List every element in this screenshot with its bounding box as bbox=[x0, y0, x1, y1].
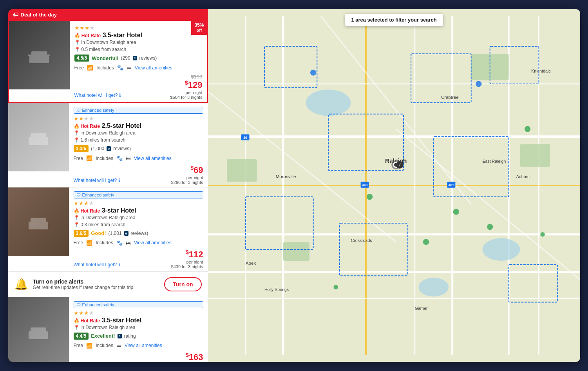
amenities-row-1: Free 📶 Includes 🐾 🛏 View all amenities bbox=[74, 65, 203, 71]
map-container[interactable]: Raleigh ✓ Morrisville Crabtree East Rale… bbox=[208, 9, 580, 362]
svg-rect-7 bbox=[29, 331, 48, 339]
price-per-night-3: per night bbox=[171, 260, 203, 264]
includes-label-3: Includes bbox=[96, 240, 113, 246]
review-label-2: reviews) bbox=[113, 146, 131, 151]
left-bottom-1: What hotel will I get? ℹ bbox=[74, 91, 121, 100]
enhanced-safety-label-4: Enhanced safety bbox=[82, 302, 114, 307]
hotel-stars-1: ★★★★ bbox=[74, 25, 203, 31]
hotel-info-2: 🛡 Enhanced safety ★★★★ 🔥 Hot Rate 2.5-st… bbox=[69, 103, 208, 187]
price-value-3: $112 bbox=[186, 249, 203, 259]
hotel-img-placeholder-3 bbox=[8, 187, 69, 256]
svg-point-26 bbox=[306, 89, 351, 116]
hotel-image-2[interactable] bbox=[8, 103, 69, 171]
hotel-location-4: 📍 in Downtown Raleigh area bbox=[74, 325, 203, 330]
svg-point-27 bbox=[482, 238, 520, 261]
free-label-2: Free bbox=[74, 156, 83, 161]
hot-rate-label-2: 🔥 Hot Rate bbox=[74, 124, 100, 129]
enhanced-safety-3: 🛡 Enhanced safety bbox=[74, 191, 203, 198]
what-hotel-1[interactable]: What hotel will I get? ℹ bbox=[74, 91, 121, 100]
hotel-name-4: 3.5-star Hotel bbox=[102, 317, 141, 324]
bed-icon-2: 🛏 bbox=[126, 155, 131, 161]
svg-text:440: 440 bbox=[362, 183, 367, 187]
review-count-3: (1,001 bbox=[108, 231, 121, 236]
enhanced-safety-2: 🛡 Enhanced safety bbox=[74, 107, 203, 114]
amenities-row-3: Free 📶 Includes 🐾 🛏 View all amenities bbox=[74, 240, 203, 246]
price-section-1: $199 $129 per night $504 for 3 nights bbox=[170, 74, 203, 100]
hotel-area-3: in Downtown Raleigh area bbox=[81, 215, 136, 220]
hotel-image-4[interactable] bbox=[8, 297, 69, 362]
rating-row-4: 4.4/5 Excellent! e rating bbox=[74, 333, 203, 340]
map-panel[interactable]: Raleigh ✓ Morrisville Crabtree East Rale… bbox=[208, 9, 580, 362]
view-amenities-3[interactable]: View all amenities bbox=[134, 240, 172, 246]
deal-off-1: off bbox=[194, 28, 204, 33]
price-total-3: $439 for 3 nights bbox=[171, 264, 203, 269]
hotel-bottom-1: What hotel will I get? ℹ $199 $129 per n… bbox=[74, 72, 203, 100]
distance-pin-2: 📍 bbox=[74, 137, 80, 143]
pet-icon-3: 🐾 bbox=[116, 240, 123, 246]
review-label-3: reviews) bbox=[131, 231, 148, 236]
svg-text:Morrisville: Morrisville bbox=[275, 174, 296, 179]
hotel-card-3: 🛡 Enhanced safety ★★★★ 🔥 Hot Rate 3-star… bbox=[8, 187, 208, 272]
pet-icon-1: 🐾 bbox=[117, 65, 123, 71]
price-alert-description: Get real-time updates if rates change fo… bbox=[33, 285, 135, 290]
location-pin-3: 📍 bbox=[74, 215, 80, 220]
review-label-1: reviews) bbox=[139, 55, 157, 61]
hotel-image-wrap-4: CLASSIC bbox=[8, 297, 69, 362]
view-amenities-4[interactable]: View all amenities bbox=[125, 343, 162, 348]
hotel-image-3[interactable] bbox=[8, 187, 69, 256]
price-main-4: $163 bbox=[171, 352, 203, 362]
svg-rect-0 bbox=[29, 55, 49, 63]
expedia-icon-2: e bbox=[107, 146, 111, 151]
hotel-image-1[interactable] bbox=[9, 21, 70, 89]
hotel-img-placeholder-1 bbox=[9, 21, 70, 89]
hotel-area-1: in Downtown Raleigh area bbox=[81, 40, 136, 45]
svg-text:401: 401 bbox=[448, 183, 454, 187]
rating-label-1: Wonderful! bbox=[92, 55, 118, 61]
shield-icon-4: 🛡 bbox=[76, 302, 81, 307]
map-banner: 1 area selected to filter your search bbox=[345, 14, 443, 26]
svg-text:✓: ✓ bbox=[398, 162, 401, 167]
svg-text:40: 40 bbox=[243, 136, 247, 140]
turn-on-button[interactable]: Turn on bbox=[164, 277, 201, 291]
price-total-2: $266 for 3 nights bbox=[171, 180, 203, 185]
svg-point-59 bbox=[366, 194, 372, 200]
svg-text:Auburn: Auburn bbox=[516, 174, 529, 179]
wifi-icon-4: 📶 bbox=[86, 343, 92, 349]
includes-label-2: Includes bbox=[96, 156, 113, 161]
enhanced-safety-label-2: Enhanced safety bbox=[82, 108, 114, 113]
hotel-dist-text-3: 0.3 miles from search bbox=[81, 222, 126, 227]
deal-header-label: Deal of the day bbox=[21, 12, 57, 18]
svg-point-57 bbox=[476, 81, 481, 87]
svg-point-64 bbox=[540, 232, 545, 237]
rating-row-2: 3.3/5 (1,000 e reviews) bbox=[74, 145, 203, 152]
svg-rect-5 bbox=[29, 222, 48, 229]
svg-point-61 bbox=[487, 224, 493, 230]
free-label-3: Free bbox=[74, 240, 83, 246]
hot-rate-row-3: 🔥 Hot Rate 3-star Hotel bbox=[74, 207, 203, 214]
hotel-location-3: 📍 in Downtown Raleigh area bbox=[74, 215, 203, 220]
hotel-card-2: 🛡 Enhanced safety ★★★★ 🔥 Hot Rate 2.5-st… bbox=[8, 103, 208, 187]
svg-text:Knightdale: Knightdale bbox=[531, 69, 551, 73]
svg-text:East Raleigh: East Raleigh bbox=[482, 159, 506, 164]
view-amenities-1[interactable]: View all amenities bbox=[135, 65, 172, 71]
rating-badge-4: 4.4/5 bbox=[74, 333, 89, 340]
left-panel: 🏷 Deal of the day 35% off ★★★★ bbox=[8, 9, 208, 362]
hotel-distance-3: 📍 0.3 miles from search bbox=[74, 222, 203, 227]
hot-rate-label-1: 🔥 Hot Rate bbox=[74, 33, 101, 38]
rating-badge-3: 3.6/5 bbox=[74, 230, 89, 237]
distance-pin-1: 📍 bbox=[74, 47, 80, 52]
what-hotel-2[interactable]: What hotel will I get? ℹ bbox=[74, 176, 120, 185]
hotel-distance-2: 📍 1.6 miles from search bbox=[74, 137, 203, 143]
what-hotel-3[interactable]: What hotel will I get? ℹ bbox=[74, 260, 120, 269]
hot-rate-label-3: 🔥 Hot Rate bbox=[74, 208, 100, 214]
hotel-bottom-2: What hotel will I get? ℹ $69 per night $… bbox=[74, 163, 203, 184]
price-main-1: $129 bbox=[170, 80, 203, 90]
view-amenities-2[interactable]: View all amenities bbox=[134, 156, 172, 161]
price-original-1: $199 bbox=[170, 74, 203, 80]
hotel-info-4: 🛡 Enhanced safety ★★★★ 🔥 Hot Rate 3.5-st… bbox=[69, 297, 208, 362]
review-count-1: (290 bbox=[121, 55, 130, 61]
left-bottom-3: What hotel will I get? ℹ bbox=[74, 260, 120, 269]
expedia-icon-4: e bbox=[118, 334, 122, 338]
enhanced-safety-4: 🛡 Enhanced safety bbox=[74, 301, 203, 308]
location-pin-4: 📍 bbox=[74, 325, 80, 330]
